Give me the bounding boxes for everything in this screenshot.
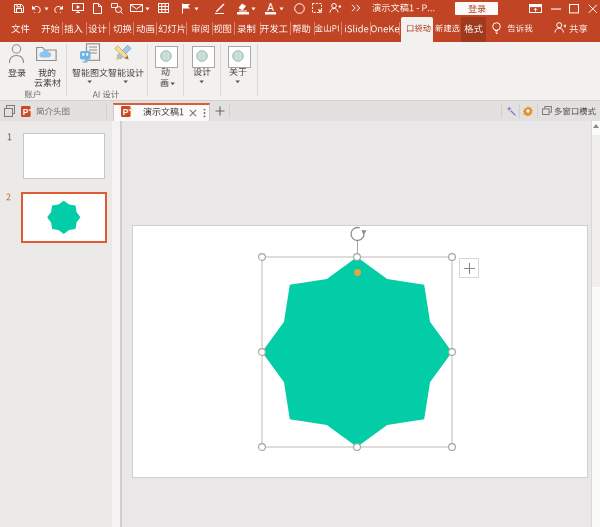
svg-text:P: P bbox=[123, 107, 129, 117]
svg-text:P: P bbox=[22, 106, 28, 116]
svg-text:A: A bbox=[267, 2, 274, 12]
